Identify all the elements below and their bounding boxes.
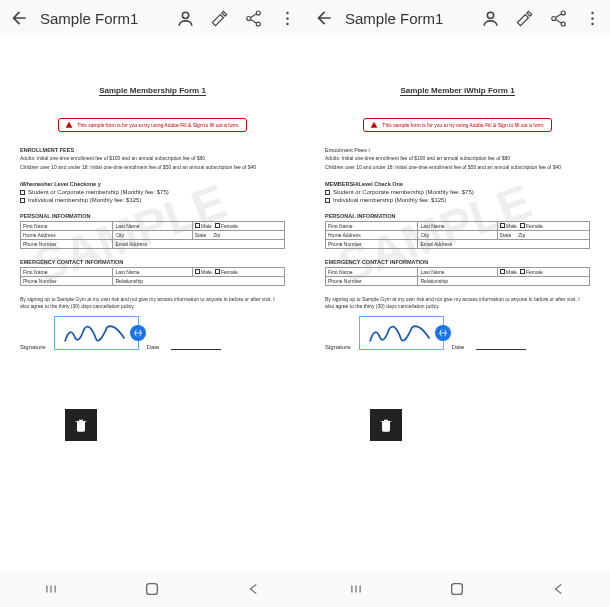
ecell-last-name[interactable]: Last Name bbox=[113, 268, 192, 277]
date-label-r: Date bbox=[452, 344, 465, 350]
rstate-label: State bbox=[500, 232, 512, 238]
cell-city[interactable]: City bbox=[115, 232, 124, 238]
female-label: Female bbox=[221, 223, 238, 229]
trash-button-r[interactable] bbox=[370, 409, 402, 441]
annotation-text-r: This sample form is for you to try using… bbox=[382, 122, 544, 128]
recell-phone[interactable]: Phone Number bbox=[326, 277, 418, 286]
svg-point-5 bbox=[286, 17, 288, 19]
rcell-last-name[interactable]: Last Name bbox=[418, 222, 497, 231]
enrollment-line1-r: Adults: Initial one-time enrollment fee … bbox=[325, 155, 590, 162]
refemale-label: Female bbox=[526, 269, 543, 275]
document-page: SAMPLE Sample Membership Form 1 This sam… bbox=[10, 66, 295, 370]
personal-table: First NameLast Name Male Female Home Add… bbox=[20, 221, 285, 249]
svg-point-7 bbox=[487, 12, 493, 18]
home-icon-r[interactable] bbox=[448, 580, 466, 598]
svg-point-1 bbox=[256, 10, 260, 14]
document-area-r[interactable]: SAMPLE Sample Member iWhip Form 1 This s… bbox=[305, 36, 610, 571]
rcell-email[interactable]: Email Address bbox=[418, 240, 590, 249]
back-icon[interactable] bbox=[8, 7, 30, 29]
annotation-text: This sample form is for you to try using… bbox=[77, 122, 239, 128]
document-page-r: SAMPLE Sample Member iWhip Form 1 This s… bbox=[315, 66, 600, 370]
back-icon[interactable] bbox=[313, 7, 335, 29]
enrollment-line1: Adults: Initial one-time enrollment fee … bbox=[20, 155, 285, 162]
svg-rect-14 bbox=[147, 584, 158, 595]
date-line[interactable] bbox=[171, 349, 221, 350]
opt1-text-r: Student or Corporate membership (Monthly… bbox=[333, 189, 474, 195]
page-title: Sample Form1 bbox=[40, 10, 165, 27]
topbar-r: Sample Form1 bbox=[305, 0, 610, 36]
ecell-phone[interactable]: Phone Number bbox=[21, 277, 113, 286]
enrollment-line2-r: Children over 10 and under 18: Initial o… bbox=[325, 164, 590, 171]
svg-point-12 bbox=[591, 17, 593, 19]
share-icon[interactable] bbox=[548, 8, 568, 28]
profile-icon[interactable] bbox=[175, 8, 195, 28]
recell-relationship[interactable]: Relationship bbox=[418, 277, 590, 286]
doc-title: Sample Membership Form 1 bbox=[99, 86, 206, 96]
rcell-first-name[interactable]: First Name bbox=[326, 222, 418, 231]
rcell-city[interactable]: City bbox=[420, 232, 429, 238]
recell-first-name[interactable]: First Name bbox=[326, 268, 418, 277]
consent-text-r: By signing up to Sample Gym at my own ri… bbox=[325, 296, 590, 310]
document-area[interactable]: SAMPLE Sample Membership Form 1 This sam… bbox=[0, 36, 305, 571]
emergency-table-r: First NameLast Name Male Female Phone Nu… bbox=[325, 267, 590, 286]
screen-left: Sample Form1 SAMPLE Sample Membership Fo… bbox=[0, 0, 305, 571]
cell-phone[interactable]: Phone Number bbox=[21, 240, 113, 249]
checkbox-opt1[interactable] bbox=[20, 190, 25, 195]
cell-last-name[interactable]: Last Name bbox=[113, 222, 192, 231]
back-nav-icon[interactable] bbox=[245, 580, 263, 598]
enrollment-label: ENROLLMENT FEES bbox=[20, 147, 285, 153]
rmale-label: Male bbox=[506, 223, 517, 229]
signature-label-r: Signature bbox=[325, 344, 351, 350]
trash-button[interactable] bbox=[65, 409, 97, 441]
svg-point-0 bbox=[182, 12, 188, 18]
rfemale-label: Female bbox=[526, 223, 543, 229]
cell-email[interactable]: Email Address bbox=[113, 240, 285, 249]
pen-icon[interactable] bbox=[209, 8, 229, 28]
emergency-table: First NameLast Name Male Female Phone Nu… bbox=[20, 267, 285, 286]
personal-label: PERSONAL INFORMATION bbox=[20, 213, 285, 219]
opt2-text-r: Individual membership (Monthly fee: $125… bbox=[333, 197, 446, 203]
male-label: Male bbox=[201, 223, 212, 229]
page-title-r: Sample Form1 bbox=[345, 10, 470, 27]
pen-icon[interactable] bbox=[514, 8, 534, 28]
share-icon[interactable] bbox=[243, 8, 263, 28]
cell-first-name[interactable]: First Name bbox=[21, 222, 113, 231]
recents-icon-r[interactable] bbox=[347, 580, 365, 598]
home-icon[interactable] bbox=[143, 580, 161, 598]
signature-box-r[interactable] bbox=[359, 316, 444, 350]
checkbox-opt1-r[interactable] bbox=[325, 190, 330, 195]
signature-row-r: Signature Date bbox=[325, 316, 590, 350]
svg-rect-15 bbox=[452, 584, 463, 595]
remale-label: Male bbox=[506, 269, 517, 275]
efemale-label: Female bbox=[221, 269, 238, 275]
personal-label-r: PERSONAL INFORMATION bbox=[325, 213, 590, 219]
checkbox-opt2-r[interactable] bbox=[325, 198, 330, 203]
back-nav-icon-r[interactable] bbox=[550, 580, 568, 598]
more-icon[interactable] bbox=[582, 8, 602, 28]
rcell-phone[interactable]: Phone Number bbox=[326, 240, 418, 249]
membership-label: iWhemesher Levei Checkone y bbox=[20, 181, 285, 187]
consent-text: By signing up to Sample Gym at my own ri… bbox=[20, 296, 285, 310]
svg-point-10 bbox=[561, 22, 565, 26]
cell-address[interactable]: Home Address bbox=[21, 231, 113, 240]
svg-point-8 bbox=[561, 10, 565, 14]
signature-drawing bbox=[57, 319, 136, 347]
date-line-r[interactable] bbox=[476, 349, 526, 350]
move-handle-icon[interactable] bbox=[130, 325, 146, 341]
ecell-first-name[interactable]: First Name bbox=[21, 268, 113, 277]
checkbox-opt2[interactable] bbox=[20, 198, 25, 203]
move-handle-icon-r[interactable] bbox=[435, 325, 451, 341]
membership-label-r: MEMBERSHiLevel Check One bbox=[325, 181, 590, 187]
svg-point-9 bbox=[551, 16, 555, 20]
rcell-address[interactable]: Home Address bbox=[326, 231, 418, 240]
signature-box[interactable] bbox=[54, 316, 139, 350]
svg-point-4 bbox=[286, 11, 288, 13]
svg-point-3 bbox=[256, 22, 260, 26]
enrollment-label-r: Emoulment Pees i bbox=[325, 147, 590, 153]
rzip-label: Zip bbox=[518, 232, 525, 238]
recents-icon[interactable] bbox=[42, 580, 60, 598]
ecell-relationship[interactable]: Relationship bbox=[113, 277, 285, 286]
recell-last-name[interactable]: Last Name bbox=[418, 268, 497, 277]
profile-icon[interactable] bbox=[480, 8, 500, 28]
more-icon[interactable] bbox=[277, 8, 297, 28]
